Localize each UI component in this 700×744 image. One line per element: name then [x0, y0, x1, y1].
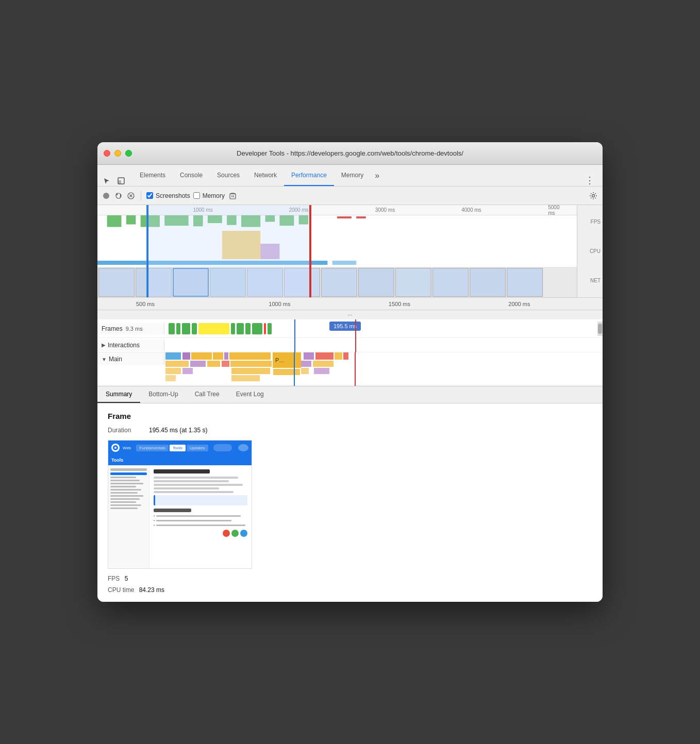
tab-summary[interactable]: Summary — [97, 386, 140, 403]
trash-button[interactable] — [228, 191, 237, 200]
sidebar-item-3 — [110, 477, 136, 478]
svg-rect-32 — [229, 352, 271, 360]
preview-sidebar — [108, 465, 149, 568]
frame-block — [182, 323, 190, 334]
record-button[interactable] — [102, 191, 111, 200]
sidebar-item-4 — [110, 480, 140, 481]
main-expand-icon[interactable]: ▼ — [102, 357, 107, 362]
cpu-label: CPU — [579, 248, 601, 254]
sidebar-item-12 — [110, 504, 141, 506]
frame-block — [237, 323, 244, 334]
frame-block — [245, 323, 251, 334]
net-label: NET — [579, 278, 601, 283]
interactions-content[interactable] — [164, 338, 597, 352]
svg-rect-15 — [279, 215, 294, 226]
preview-subnav: Tools — [108, 455, 252, 465]
frames-scrollbar[interactable] — [597, 322, 603, 336]
svg-rect-14 — [265, 215, 275, 222]
svg-point-57 — [114, 447, 116, 449]
svg-rect-43 — [230, 361, 272, 367]
clear-button[interactable] — [126, 191, 136, 200]
maximize-button[interactable] — [125, 150, 132, 157]
tab-performance[interactable]: Performance — [284, 165, 334, 186]
dock-icon[interactable] — [116, 176, 126, 186]
screenshot-thumb — [136, 268, 172, 297]
svg-point-2 — [103, 193, 109, 199]
preview-tab-updates: Updates — [187, 445, 208, 451]
frames-content[interactable]: 195.5 ms — [164, 319, 597, 338]
svg-rect-11 — [208, 215, 222, 223]
screenshots-checkbox[interactable] — [146, 192, 153, 199]
close-button[interactable] — [104, 150, 110, 157]
sidebar-item-13 — [110, 508, 138, 509]
preview-content: • • • — [149, 465, 252, 568]
time-ruler: 1000 ms 2000 ms 3000 ms 4000 ms 5000 ms — [97, 205, 577, 215]
more-tabs-button[interactable]: » — [371, 165, 384, 186]
preview-subheading — [154, 509, 191, 512]
settings-button[interactable] — [588, 191, 598, 201]
screenshots-checkbox-label[interactable]: Screenshots — [146, 192, 190, 199]
screenshot-strip — [97, 267, 577, 297]
memory-checkbox[interactable] — [193, 192, 200, 199]
svg-rect-24 — [260, 244, 279, 259]
tab-call-tree[interactable]: Call Tree — [187, 386, 228, 403]
frames-value: 9.3 ms — [126, 326, 143, 332]
timeline-area[interactable]: 1000 ms 2000 ms 3000 ms 4000 ms 5000 ms — [97, 205, 577, 297]
cpu-bar-area — [97, 228, 577, 259]
sidebar-item-8 — [110, 492, 138, 494]
dots-more: ··· — [97, 310, 603, 319]
svg-rect-25 — [97, 261, 327, 265]
bottom-tabs: Summary Bottom-Up Call Tree Event Log — [97, 386, 603, 403]
svg-rect-13 — [241, 215, 260, 227]
screenshot-thumb — [210, 268, 246, 297]
tab-network[interactable]: Network — [247, 165, 284, 186]
preview-bullet-2: • — [154, 519, 247, 522]
tab-memory[interactable]: Memory — [334, 165, 371, 186]
svg-rect-42 — [222, 361, 229, 367]
sidebar-item-11 — [110, 501, 136, 503]
preview-bullet-3: • — [154, 523, 247, 527]
time-label-3000: 3000 ms — [375, 207, 395, 213]
cpu-time-value: 84.23 ms — [139, 586, 164, 594]
svg-rect-4 — [230, 194, 236, 199]
fps-item: FPS 5 — [108, 575, 128, 582]
tab-menu-button[interactable]: ⋮ — [581, 175, 598, 186]
overview-panel[interactable]: 1000 ms 2000 ms 3000 ms 4000 ms 5000 ms — [97, 205, 603, 298]
summary-panel: Frame Duration 195.45 ms (at 1.35 s) Web — [97, 403, 603, 602]
svg-rect-52 — [165, 375, 176, 381]
tab-event-log[interactable]: Event Log — [228, 386, 272, 403]
preview-text-2 — [154, 480, 229, 482]
duration-label: Duration — [108, 427, 149, 434]
preview-tab-tools: Tools — [170, 445, 186, 451]
svg-rect-7 — [126, 215, 136, 225]
tab-elements[interactable]: Elements — [132, 165, 173, 186]
svg-rect-37 — [335, 352, 342, 360]
minimize-button[interactable] — [114, 150, 121, 157]
sidebar-item-10 — [110, 498, 140, 500]
frames-title: Frames — [102, 325, 123, 332]
frame-block — [252, 323, 262, 334]
tab-console[interactable]: Console — [173, 165, 210, 186]
main-content[interactable]: P… — [164, 352, 597, 386]
preview-logo-icon — [111, 444, 120, 452]
cursor-icon[interactable] — [102, 176, 112, 186]
sidebar-item-5 — [110, 483, 143, 484]
reload-button[interactable] — [114, 191, 123, 200]
scrollbar-thumb[interactable] — [598, 324, 602, 334]
tab-bottom-up[interactable]: Bottom-Up — [140, 386, 186, 403]
fps-bar-area — [97, 215, 577, 228]
screenshot-thumb — [247, 268, 283, 297]
tab-sources[interactable]: Sources — [210, 165, 247, 186]
screenshot-thumb — [98, 268, 135, 297]
preview-bullets: • • • — [154, 514, 247, 527]
svg-rect-9 — [164, 215, 189, 226]
frames-label: Frames 9.3 ms — [97, 323, 164, 334]
screenshot-thumb — [395, 268, 431, 297]
preview-subnav-label: Tools — [111, 458, 123, 463]
svg-rect-27 — [165, 352, 181, 360]
ruler-500ms: 500 ms — [136, 301, 155, 307]
ruler-1000ms: 1000 ms — [269, 301, 290, 307]
preview-note-box — [154, 495, 247, 505]
interactions-expand-icon[interactable]: ▶ — [102, 342, 106, 348]
memory-checkbox-label[interactable]: Memory — [193, 192, 225, 199]
